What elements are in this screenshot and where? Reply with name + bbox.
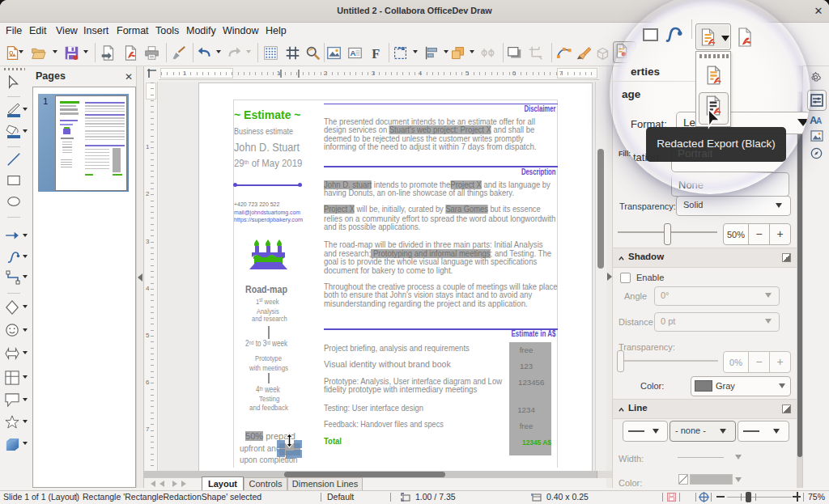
svg-text:A: A	[816, 116, 822, 125]
svg-text:A: A	[350, 49, 355, 57]
svg-text:F: F	[372, 46, 380, 61]
